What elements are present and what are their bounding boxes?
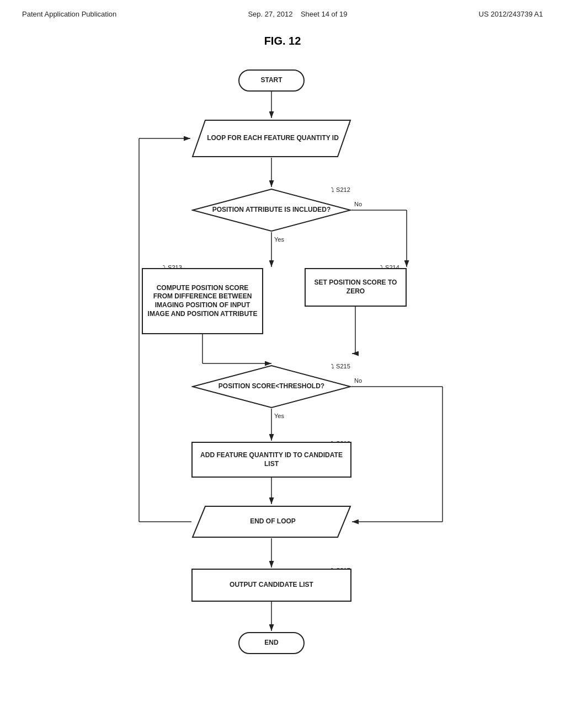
s217-process: OUTPUT CANDIDATE LIST: [191, 569, 351, 602]
s216-process: ADD FEATURE QUANTITY ID TO CANDIDATE LIS…: [191, 442, 351, 478]
s215-yes-label: Yes: [274, 413, 284, 419]
header: Patent Application Publication Sep. 27, …: [0, 0, 565, 24]
s212-yes-label: Yes: [274, 236, 284, 243]
header-middle: Sep. 27, 2012 Sheet 14 of 19: [248, 10, 347, 18]
sheet-label: Sheet 14 of 19: [301, 10, 348, 18]
start-terminal: START: [238, 69, 305, 92]
s212-decision: POSITION ATTRIBUTE IS INCLUDED?: [191, 188, 351, 232]
s215-decision: POSITION SCORE<THRESHOLD?: [191, 365, 351, 409]
header-left: Patent Application Publication: [22, 10, 116, 18]
end-loop: END OF LOOP: [191, 505, 351, 538]
s213-process: COMPUTE POSITION SCORE FROM DIFFERENCE B…: [142, 268, 263, 334]
s211-loop: LOOP FOR EACH FEATURE QUANTITY ID: [191, 119, 351, 158]
end-terminal: END: [238, 632, 305, 654]
s215-no-label: No: [354, 377, 362, 384]
flowchart: START ⤵ S211 LOOP FOR EACH FEATURE QUANT…: [89, 64, 476, 660]
header-right: US 2012/243739 A1: [479, 10, 543, 18]
s212-no-label: No: [354, 201, 362, 207]
s214-process: SET POSITION SCORE TO ZERO: [305, 268, 407, 307]
fig-title: FIG. 12: [0, 35, 565, 47]
